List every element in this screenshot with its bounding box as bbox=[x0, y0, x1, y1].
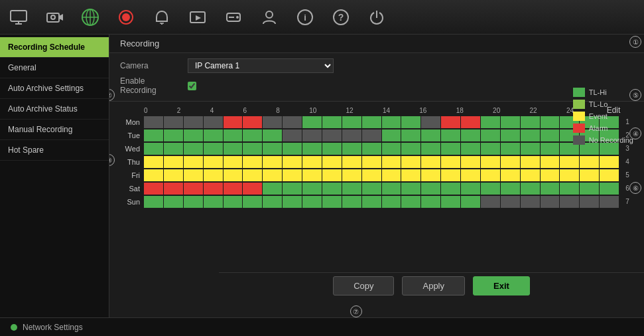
cell-mon-4[interactable] bbox=[224, 116, 243, 128]
cell-sat-16[interactable] bbox=[461, 183, 480, 195]
cell-sat-23[interactable] bbox=[600, 183, 619, 195]
day-grid-sat[interactable] bbox=[144, 183, 619, 195]
record-icon[interactable] bbox=[114, 5, 138, 29]
cell-sun-18[interactable] bbox=[501, 196, 520, 208]
cell-sat-8[interactable] bbox=[302, 183, 322, 195]
cell-thu-15[interactable] bbox=[441, 156, 460, 168]
cell-tue-3[interactable] bbox=[204, 129, 223, 141]
cell-thu-17[interactable] bbox=[481, 156, 500, 168]
cell-fri-15[interactable] bbox=[441, 169, 460, 181]
cell-sat-21[interactable] bbox=[560, 183, 579, 195]
cell-thu-3[interactable] bbox=[204, 156, 223, 168]
cell-wed-18[interactable] bbox=[501, 143, 520, 155]
cell-fri-14[interactable] bbox=[421, 169, 440, 181]
cell-sun-19[interactable] bbox=[521, 196, 540, 208]
cell-sun-0[interactable] bbox=[144, 196, 163, 208]
cell-thu-16[interactable] bbox=[461, 156, 480, 168]
sidebar-item-auto-archive-settings[interactable]: Auto Archive Settings bbox=[0, 78, 109, 99]
alarm-icon[interactable] bbox=[150, 5, 174, 29]
cell-thu-6[interactable] bbox=[263, 156, 282, 168]
cell-sun-8[interactable] bbox=[302, 196, 322, 208]
cell-mon-10[interactable] bbox=[342, 116, 361, 128]
cell-sun-1[interactable] bbox=[164, 196, 183, 208]
cell-sat-0[interactable] bbox=[144, 183, 163, 195]
cell-sat-7[interactable] bbox=[283, 183, 302, 195]
cell-mon-18[interactable] bbox=[501, 116, 520, 128]
cell-wed-3[interactable] bbox=[204, 143, 223, 155]
cell-fri-7[interactable] bbox=[283, 169, 302, 181]
cell-sat-3[interactable] bbox=[204, 183, 223, 195]
cell-wed-16[interactable] bbox=[461, 143, 480, 155]
cell-wed-10[interactable] bbox=[342, 143, 361, 155]
cell-wed-6[interactable] bbox=[263, 143, 282, 155]
cell-tue-20[interactable] bbox=[541, 129, 560, 141]
cell-fri-18[interactable] bbox=[501, 169, 520, 181]
cell-mon-13[interactable] bbox=[401, 116, 420, 128]
cell-tue-8[interactable] bbox=[302, 129, 322, 141]
day-grid-sun[interactable] bbox=[144, 196, 619, 208]
cell-wed-20[interactable] bbox=[541, 143, 560, 155]
cell-fri-19[interactable] bbox=[521, 169, 540, 181]
cell-tue-13[interactable] bbox=[401, 129, 420, 141]
cell-wed-17[interactable] bbox=[481, 143, 500, 155]
cell-tue-16[interactable] bbox=[461, 129, 480, 141]
copy-button[interactable]: Copy bbox=[333, 276, 394, 295]
cell-mon-2[interactable] bbox=[184, 116, 203, 128]
cell-sun-15[interactable] bbox=[441, 196, 460, 208]
cell-mon-15[interactable] bbox=[441, 116, 460, 128]
cell-sun-17[interactable] bbox=[481, 196, 500, 208]
cell-sun-10[interactable] bbox=[342, 196, 361, 208]
cell-fri-23[interactable] bbox=[600, 169, 619, 181]
cell-mon-9[interactable] bbox=[322, 116, 342, 128]
cell-thu-10[interactable] bbox=[342, 156, 361, 168]
cell-sun-5[interactable] bbox=[243, 196, 262, 208]
playback-icon[interactable] bbox=[186, 5, 210, 29]
cell-sun-7[interactable] bbox=[283, 196, 302, 208]
cell-sun-9[interactable] bbox=[322, 196, 342, 208]
cell-sun-3[interactable] bbox=[204, 196, 223, 208]
cell-tue-1[interactable] bbox=[164, 129, 183, 141]
cell-tue-9[interactable] bbox=[322, 129, 342, 141]
cell-fri-0[interactable] bbox=[144, 169, 163, 181]
cell-tue-0[interactable] bbox=[144, 129, 163, 141]
cell-sat-1[interactable] bbox=[164, 183, 183, 195]
cell-sat-9[interactable] bbox=[322, 183, 342, 195]
cell-tue-17[interactable] bbox=[481, 129, 500, 141]
help-icon[interactable]: ? bbox=[329, 5, 353, 29]
cell-mon-7[interactable] bbox=[283, 116, 302, 128]
day-grid-mon[interactable] bbox=[144, 116, 619, 128]
cell-thu-1[interactable] bbox=[164, 156, 183, 168]
cell-sat-14[interactable] bbox=[421, 183, 440, 195]
cell-sun-12[interactable] bbox=[382, 196, 401, 208]
cell-thu-23[interactable] bbox=[600, 156, 619, 168]
network-icon[interactable] bbox=[78, 5, 102, 29]
cell-wed-2[interactable] bbox=[184, 143, 203, 155]
apply-button[interactable]: Apply bbox=[402, 276, 465, 295]
day-grid-thu[interactable] bbox=[144, 156, 619, 168]
cell-sun-16[interactable] bbox=[461, 196, 480, 208]
camera-select[interactable]: IP Camera 1 bbox=[188, 58, 334, 73]
cell-sun-2[interactable] bbox=[184, 196, 203, 208]
cell-wed-0[interactable] bbox=[144, 143, 163, 155]
cell-sat-4[interactable] bbox=[224, 183, 243, 195]
sidebar-item-recording-schedule[interactable]: Recording Schedule bbox=[0, 37, 109, 58]
cell-tue-18[interactable] bbox=[501, 129, 520, 141]
cell-sun-13[interactable] bbox=[401, 196, 420, 208]
cell-mon-1[interactable] bbox=[164, 116, 183, 128]
cell-fri-12[interactable] bbox=[382, 169, 401, 181]
cell-fri-17[interactable] bbox=[481, 169, 500, 181]
cell-tue-6[interactable] bbox=[263, 129, 282, 141]
cell-thu-18[interactable] bbox=[501, 156, 520, 168]
cell-thu-0[interactable] bbox=[144, 156, 163, 168]
cell-thu-13[interactable] bbox=[401, 156, 420, 168]
cell-sun-4[interactable] bbox=[224, 196, 243, 208]
cell-tue-5[interactable] bbox=[243, 129, 262, 141]
cell-sat-2[interactable] bbox=[184, 183, 203, 195]
cell-fri-3[interactable] bbox=[204, 169, 223, 181]
cell-sat-15[interactable] bbox=[441, 183, 460, 195]
cell-thu-4[interactable] bbox=[224, 156, 243, 168]
cell-sun-11[interactable] bbox=[362, 196, 381, 208]
cell-mon-11[interactable] bbox=[362, 116, 381, 128]
cell-fri-4[interactable] bbox=[224, 169, 243, 181]
cell-mon-20[interactable] bbox=[541, 116, 560, 128]
